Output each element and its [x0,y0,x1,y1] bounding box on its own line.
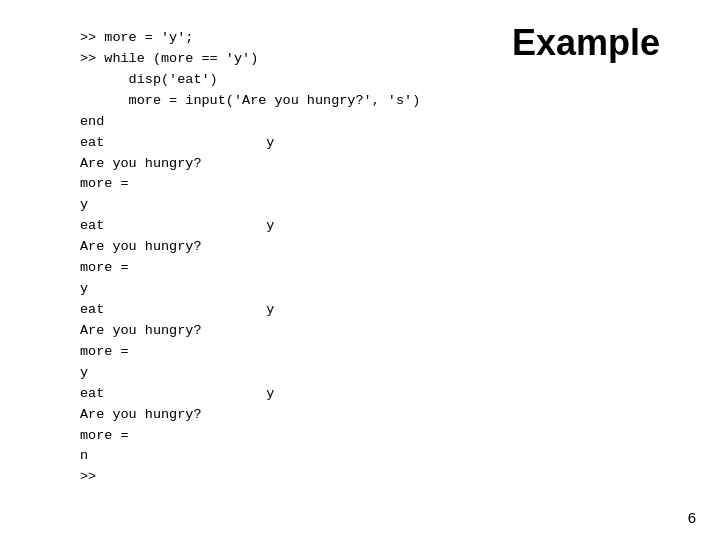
slide-title: Example [512,22,660,64]
slide: Example >> more = 'y'; >> while (more ==… [0,0,720,540]
page-number: 6 [688,509,696,526]
code-block: >> more = 'y'; >> while (more == 'y') di… [80,28,420,488]
